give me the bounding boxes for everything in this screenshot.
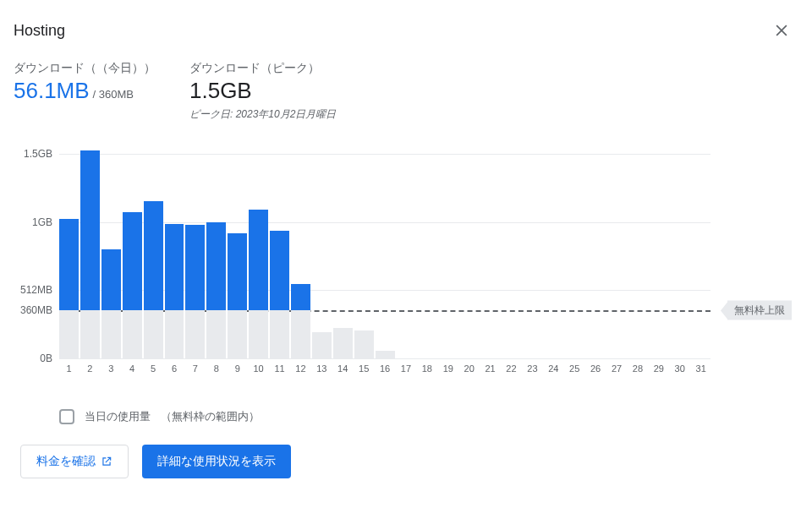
bar [417, 139, 436, 358]
x-tick-label: 7 [185, 363, 205, 374]
metric-today-limit: / 360MB [93, 88, 134, 101]
bar-overage [228, 233, 247, 310]
metric-today: ダウンロード（（今日）） 56.1MB / 360MB [14, 61, 156, 122]
bar-free-tier [102, 310, 121, 358]
chart-bars [59, 139, 710, 358]
bar-overage [185, 225, 205, 310]
page-title: Hosting [14, 22, 65, 40]
bar [607, 139, 627, 358]
bar-overage [206, 222, 226, 310]
x-tick-label: 15 [354, 363, 374, 374]
bar [291, 139, 310, 358]
metric-peak: ダウンロード（ピーク） 1.5GB ピーク日: 2023年10月2日月曜日 [189, 61, 336, 122]
legend-today-label: 当日の使用量 [85, 409, 151, 424]
x-tick-label: 1 [59, 363, 79, 374]
bar-overage [59, 219, 79, 311]
x-tick-label: 25 [565, 363, 584, 374]
legend: 当日の使用量 （無料枠の範囲内） [59, 409, 792, 424]
bar [312, 139, 332, 358]
bar [544, 139, 563, 358]
x-tick-label: 16 [376, 363, 395, 374]
x-tick-label: 11 [270, 363, 289, 374]
x-tick-label: 31 [691, 363, 710, 374]
metric-today-value: 56.1MB [14, 78, 90, 104]
x-tick-label: 29 [649, 363, 668, 374]
x-tick-label: 23 [523, 363, 542, 374]
bar-overage [144, 201, 163, 310]
chart: 1.5GB1GB512MB360MB0B 無料枠上限 1234567891011… [14, 139, 792, 392]
bar-free-tier [228, 310, 247, 358]
bar-free-tier [291, 310, 310, 358]
close-icon [773, 22, 790, 39]
bar-overage [80, 150, 100, 310]
x-tick-label: 4 [123, 363, 142, 374]
bar [80, 139, 100, 358]
x-tick-label: 22 [502, 363, 521, 374]
x-tick-label: 6 [165, 363, 184, 374]
x-tick-label: 26 [586, 363, 606, 374]
bar-free-tier [59, 310, 79, 358]
x-tick-label: 12 [291, 363, 310, 374]
x-tick-label: 8 [206, 363, 226, 374]
x-tick-label: 28 [628, 363, 647, 374]
bar-free-tier [206, 310, 226, 358]
bar [123, 139, 142, 358]
grid-line [59, 358, 710, 359]
bar [185, 139, 205, 358]
details-button-label: 詳細な使用状況を表示 [157, 454, 276, 469]
x-tick-label: 13 [312, 363, 332, 374]
bar-overage [102, 249, 121, 310]
bar-free-tier [333, 328, 353, 358]
bar [228, 139, 247, 358]
x-tick-label: 24 [544, 363, 563, 374]
bar [523, 139, 542, 358]
bar [649, 139, 668, 358]
x-tick-label: 3 [102, 363, 121, 374]
bar [354, 139, 374, 358]
chart-x-labels: 1234567891011121314151617181920212223242… [59, 363, 710, 374]
bar [628, 139, 647, 358]
bar-overage [123, 212, 142, 311]
bar [59, 139, 79, 358]
x-tick-label: 21 [480, 363, 500, 374]
bar-free-tier [354, 330, 374, 358]
metric-peak-label: ダウンロード（ピーク） [189, 61, 336, 76]
x-tick-label: 5 [144, 363, 163, 374]
bar [165, 139, 184, 358]
bar-overage [249, 210, 268, 311]
bar [376, 139, 395, 358]
bar-free-tier [185, 310, 205, 358]
metric-peak-value: 1.5GB [189, 78, 252, 104]
legend-swatch-today [59, 409, 74, 424]
bar-free-tier [376, 351, 395, 358]
bar [502, 139, 521, 358]
bar [397, 139, 416, 358]
x-tick-label: 17 [397, 363, 416, 374]
details-button[interactable]: 詳細な使用状況を表示 [142, 445, 291, 478]
bar-overage [270, 231, 289, 311]
bar-free-tier [270, 310, 289, 358]
actions-row: 料金を確認 詳細な使用状況を表示 [20, 445, 792, 478]
chart-plot: 1.5GB1GB512MB360MB0B [59, 139, 710, 358]
bar-free-tier [249, 310, 268, 358]
free-tier-tag-label: 無料枠上限 [734, 304, 785, 316]
pricing-button-label: 料金を確認 [36, 454, 96, 469]
bar [670, 139, 689, 358]
close-button[interactable] [771, 20, 792, 41]
bar [586, 139, 606, 358]
bar [565, 139, 584, 358]
bar [691, 139, 710, 358]
bar [144, 139, 163, 358]
bar [270, 139, 289, 358]
bar-free-tier [144, 310, 163, 358]
bar-overage [165, 224, 184, 310]
legend-within-free-label: （無料枠の範囲内） [161, 409, 260, 424]
y-tick-label: 1.5GB [24, 148, 59, 160]
metric-today-label: ダウンロード（（今日）） [14, 61, 156, 76]
x-tick-label: 19 [438, 363, 458, 374]
bar-free-tier [312, 332, 332, 359]
pricing-button[interactable]: 料金を確認 [20, 445, 129, 478]
x-tick-label: 14 [333, 363, 353, 374]
bar [480, 139, 500, 358]
bar-free-tier [123, 310, 142, 358]
